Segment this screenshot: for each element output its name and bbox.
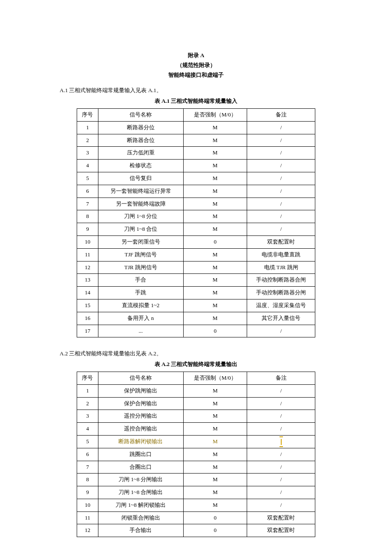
cell-seq: 8 [77,474,98,486]
cell-signal-name: 遥控合闸输出 [98,423,183,436]
appendix-label: 附录 A [60,51,332,60]
cell-mandatory: M [183,384,247,397]
col-signal-name: 信号名称 [98,372,183,384]
cell-mandatory: M [183,210,247,223]
cell-remark: / [247,384,315,397]
cell-seq: 6 [77,448,98,461]
cell-remark: / [247,223,315,236]
cell-seq: 3 [77,147,98,160]
cell-seq: 1 [77,121,98,134]
cell-seq: 2 [77,397,98,410]
cell-signal-name: TJR 跳闸信号 [98,261,183,274]
cell-remark: 手动控制断路器分闸 [247,287,315,299]
cell-signal-name: 保护跳闸输出 [98,384,183,397]
cell-signal-name: 刀闸 1~8 分位 [98,210,183,223]
cell-signal-name: 合圈出口 [98,461,183,474]
cell-remark: 双套配置时 [247,524,315,537]
cell-mandatory: M [183,423,247,436]
cell-signal-name: 手合 [98,274,183,287]
table-row: 11TJF 跳闸信号M电缆非电量直跳 [77,248,315,261]
cell-signal-name: 刀闸 1~8 解闭锁输出 [98,499,183,511]
col-remark: 备注 [247,108,315,121]
cell-mandatory: M [183,274,247,287]
appendix-title: 智能终端接口和虚端子 [60,71,332,80]
section-a2-intro: A.2 三相式智能终端常规量输出见表 A.2。 [60,349,332,358]
table-row: 12手合输出0双套配置时 [77,524,315,537]
table-row: 6跳圈出口M/ [77,448,315,461]
cell-remark: / [247,423,315,436]
cell-seq: 12 [77,261,98,274]
table-row: 1保护跳闸输出M/ [77,384,315,397]
table-a1-caption: 表 A.1 三相式智能终端常规量输入 [60,97,332,106]
table-row: 7合圈出口M/ [77,461,315,474]
cell-signal-name: TJF 跳闸信号 [98,248,183,261]
cell-signal-name: 断路器合位 [98,134,183,147]
cell-remark: / [247,147,315,160]
col-seq: 序号 [77,372,98,384]
cell-remark: / [247,499,315,511]
cell-remark: / [247,172,315,185]
col-seq: 序号 [77,108,98,121]
cell-signal-name: 断路器分位 [98,121,183,134]
table-row: 5信号复归M/ [77,172,315,185]
table-row: 8刀闸 1~8 分闸输出M/ [77,474,315,486]
cell-remark [247,435,315,448]
cell-mandatory: 0 [183,511,247,524]
cell-mandatory: M [183,499,247,511]
table-row: 10刀闸 1~8 解闭锁输出M/ [77,499,315,511]
cell-mandatory: M [183,410,247,423]
cell-seq: 16 [77,312,98,325]
table-row: 13手合M手动控制断路器合闸 [77,274,315,287]
cell-mandatory: M [183,474,247,486]
cell-mandatory: M [183,435,247,448]
cell-mandatory: M [183,397,247,410]
cell-remark: / [247,134,315,147]
cell-signal-name: 直流模拟量 1~2 [98,299,183,312]
cell-remark: / [247,185,315,198]
cell-seq: 10 [77,235,98,248]
cell-signal-name: 断路器解闭锁输出 [98,435,183,448]
table-row: 7另一套智能终端故障M/ [77,198,315,210]
cell-mandatory: 0 [183,524,247,537]
cell-signal-name: 检修状态 [98,160,183,172]
cell-seq: 1 [77,384,98,397]
table-row: 15直流模拟量 1~2M温度、湿度采集信号 [77,299,315,312]
cell-remark: 双套配置时 [247,235,315,248]
cell-mandatory: M [183,160,247,172]
table-row: 1断路器分位M/ [77,121,315,134]
cell-seq: 8 [77,210,98,223]
cell-signal-name: 闭锁重合闸输出 [98,511,183,524]
cell-remark: / [247,397,315,410]
cell-mandatory: M [183,172,247,185]
cell-remark: / [247,198,315,210]
cell-seq: 6 [77,185,98,198]
text-cursor-icon[interactable] [281,439,282,445]
section-a1-intro: A.1 三相式智能终端常规量输入见表 A.1。 [60,86,332,95]
table-a2: 序号 信号名称 是否强制（M/0） 备注 1保护跳闸输出M/2保护合闸输出M/3… [77,372,315,537]
cell-signal-name: 刀闸 1~8 合闸输出 [98,486,183,499]
cell-signal-name: 另一套闭重信号 [98,235,183,248]
cell-seq: 13 [77,274,98,287]
cell-mandatory: M [183,185,247,198]
table-row: 3遥控分闸输出M/ [77,410,315,423]
table-row: 3压力低闭重M/ [77,147,315,160]
cell-seq: 2 [77,134,98,147]
cell-seq: 7 [77,198,98,210]
cell-remark: / [247,474,315,486]
table-row: 8刀闸 1~8 分位M/ [77,210,315,223]
cell-remark: / [247,210,315,223]
cell-signal-name: 刀闸 1~8 分闸输出 [98,474,183,486]
cell-seq: 11 [77,511,98,524]
cell-seq: 10 [77,499,98,511]
cell-remark: / [247,160,315,172]
cell-seq: 17 [77,325,98,337]
table-row: 2断路器合位M/ [77,134,315,147]
appendix-type: （规范性附录） [60,61,332,70]
cell-mandatory: M [183,448,247,461]
table-header-row: 序号 信号名称 是否强制（M/0） 备注 [77,372,315,384]
cell-remark: / [247,325,315,337]
table-row: 11闭锁重合闸输出0双套配置时 [77,511,315,524]
table-row: 9刀闸 1~8 合闸输出M/ [77,486,315,499]
cell-signal-name: 手合输出 [98,524,183,537]
cell-remark: 手动控制断路器合闸 [247,274,315,287]
